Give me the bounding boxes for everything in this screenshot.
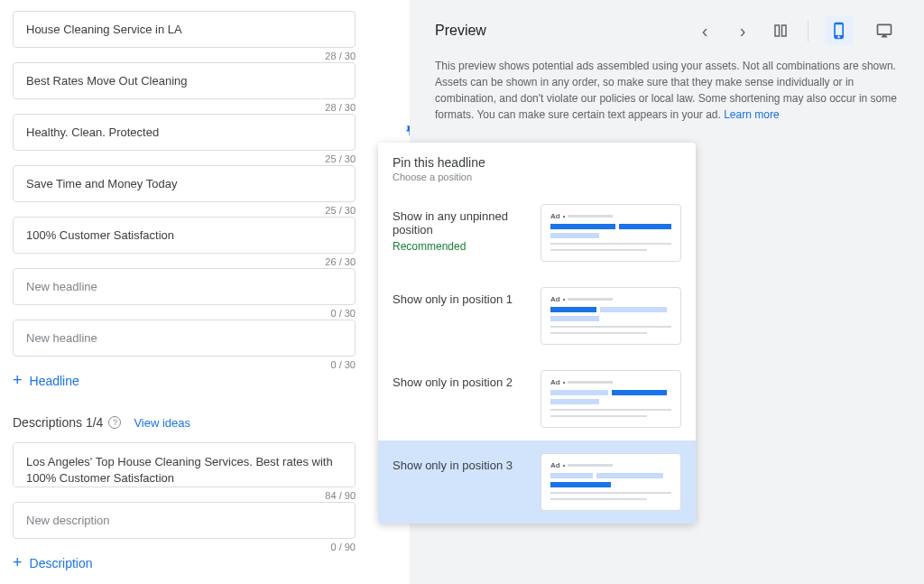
recommended-label: Recommended bbox=[393, 240, 541, 253]
divider bbox=[808, 20, 808, 42]
desktop-view-button[interactable] bbox=[870, 16, 899, 45]
grid-view-button[interactable] bbox=[770, 20, 791, 42]
char-counter: 0 / 30 bbox=[330, 308, 356, 319]
plus-icon: + bbox=[13, 371, 23, 390]
headline-input[interactable] bbox=[13, 217, 356, 254]
char-counter: 0 / 30 bbox=[330, 359, 356, 370]
preview-controls: ‹ › bbox=[694, 16, 899, 45]
char-counter: 26 / 30 bbox=[325, 256, 356, 267]
headline-input[interactable] bbox=[13, 11, 356, 48]
description-row: Los Angeles' Top House Cleaning Services… bbox=[13, 442, 395, 487]
add-headline-label: Headline bbox=[30, 374, 79, 388]
headline-row: 25 / 30 bbox=[13, 165, 395, 202]
char-counter: 28 / 30 bbox=[325, 102, 356, 113]
pin-option-any[interactable]: Show in any unpinned position Recommende… bbox=[378, 191, 696, 274]
headline-input[interactable] bbox=[13, 268, 356, 305]
description-input[interactable] bbox=[13, 502, 356, 539]
pin-option-label: Show only in position 1 bbox=[393, 287, 541, 306]
svg-rect-1 bbox=[782, 25, 787, 36]
add-description-button[interactable]: + Description bbox=[13, 553, 395, 572]
popover-subtitle: Choose a position bbox=[378, 171, 696, 182]
char-counter: 84 / 90 bbox=[325, 490, 356, 501]
descriptions-label: Descriptions 1/4 bbox=[13, 415, 103, 430]
pin-option-2[interactable]: Show only in position 2 Ad• bbox=[378, 357, 696, 440]
next-button[interactable]: › bbox=[732, 20, 753, 42]
help-icon[interactable]: ? bbox=[108, 416, 121, 429]
headline-row: 26 / 30 bbox=[13, 217, 395, 254]
preview-title: Preview bbox=[435, 23, 486, 39]
pin-option-3[interactable]: Show only in position 3 Ad• bbox=[378, 440, 696, 524]
ad-preview-thumbnail: Ad• bbox=[541, 453, 681, 511]
pin-option-label: Show in any unpinned position bbox=[393, 209, 541, 236]
view-ideas-link[interactable]: View ideas bbox=[134, 416, 190, 430]
char-counter: 25 / 30 bbox=[325, 205, 356, 216]
add-headline-button[interactable]: + Headline bbox=[13, 371, 395, 390]
ad-preview-thumbnail: Ad• bbox=[541, 287, 681, 345]
preview-description: This preview shows potential ads assembl… bbox=[410, 58, 924, 123]
headline-row: 28 / 30 bbox=[13, 62, 395, 99]
pin-icon bbox=[403, 125, 410, 137]
pin-headline-popover: Pin this headline Choose a position Show… bbox=[378, 143, 696, 524]
ad-preview-thumbnail: Ad• bbox=[541, 370, 681, 428]
preview-header: Preview ‹ › bbox=[410, 0, 924, 58]
mobile-view-button[interactable] bbox=[825, 16, 854, 45]
desktop-icon bbox=[875, 22, 893, 40]
headline-row: 28 / 30 bbox=[13, 11, 395, 48]
pin-indicator[interactable]: 3 bbox=[403, 125, 410, 137]
mobile-icon bbox=[830, 22, 848, 40]
description-row: 0 / 90 bbox=[13, 502, 395, 539]
char-counter: 28 / 30 bbox=[325, 51, 356, 61]
popover-title: Pin this headline bbox=[378, 155, 696, 170]
pin-option-label: Show only in position 3 bbox=[393, 453, 541, 472]
description-input[interactable]: Los Angeles' Top House Cleaning Services… bbox=[13, 442, 356, 487]
headline-row: 0 / 30 bbox=[13, 268, 395, 305]
pin-option-1[interactable]: Show only in position 1 Ad• bbox=[378, 274, 696, 357]
pin-option-label: Show only in position 2 bbox=[393, 370, 541, 389]
headline-row: 0 / 30 bbox=[13, 320, 395, 357]
headline-input[interactable] bbox=[13, 165, 356, 202]
svg-rect-0 bbox=[775, 25, 780, 36]
headlines-panel: 28 / 30 28 / 30 3 25 / 30 25 / 30 26 / 3… bbox=[0, 0, 410, 584]
add-description-label: Description bbox=[30, 556, 93, 570]
headline-row: 3 25 / 30 bbox=[13, 114, 395, 151]
grid-icon bbox=[772, 23, 789, 39]
headline-input[interactable] bbox=[13, 62, 356, 99]
ad-preview-thumbnail: Ad• bbox=[541, 204, 681, 262]
headline-input[interactable] bbox=[13, 320, 356, 357]
headline-input[interactable] bbox=[13, 114, 356, 151]
char-counter: 0 / 90 bbox=[330, 542, 356, 552]
learn-more-link[interactable]: Learn more bbox=[724, 108, 779, 121]
prev-button[interactable]: ‹ bbox=[694, 20, 716, 42]
char-counter: 25 / 30 bbox=[325, 153, 356, 164]
plus-icon: + bbox=[13, 553, 23, 572]
descriptions-header: Descriptions 1/4 ? View ideas bbox=[13, 415, 395, 430]
